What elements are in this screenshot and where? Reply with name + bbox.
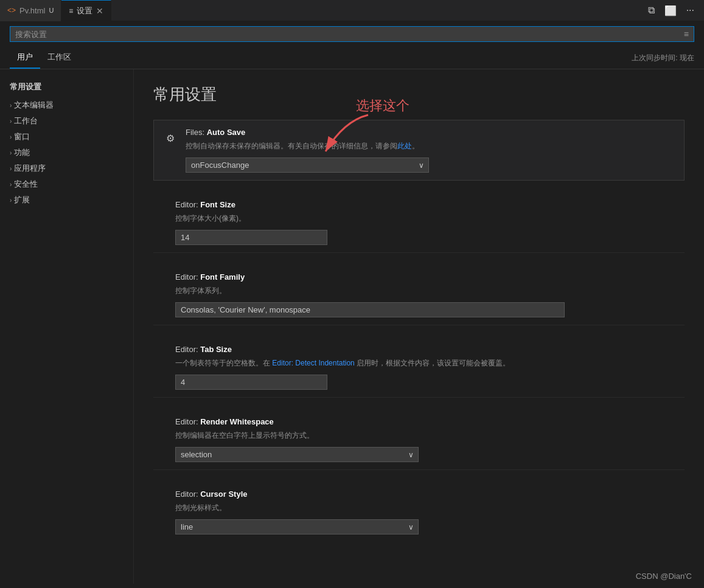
chevron-icon: ›	[10, 102, 12, 109]
close-tab-icon[interactable]: ✕	[96, 7, 103, 15]
search-icon: ≡	[684, 29, 689, 39]
cursor-style-select-wrap: line block underline line-thin block-out…	[175, 519, 419, 534]
chevron-icon: ›	[10, 181, 12, 188]
content-area: 常用设置 ⚙ Files: Auto Save 控制自动保存未保存的编辑器。有关…	[134, 69, 704, 584]
sidebar: 常用设置 › 文本编辑器 › 工作台 › 窗口 › 功能 › 应用程序 › 安全…	[0, 69, 134, 584]
sidebar-item-workbench[interactable]: › 工作台	[0, 113, 133, 129]
search-bar: ≡	[0, 21, 704, 47]
tab-settings[interactable]: ≡ 设置 ✕	[61, 0, 111, 21]
setting-cursor-style: Editor: Cursor Style 控制光标样式。 line block …	[153, 482, 685, 542]
sidebar-item-applications[interactable]: › 应用程序	[0, 161, 133, 176]
font-size-input[interactable]	[175, 230, 327, 245]
sidebar-item-extensions[interactable]: › 扩展	[0, 192, 133, 208]
cursor-style-desc: 控制光标样式。	[175, 502, 685, 513]
setting-auto-save: ⚙ Files: Auto Save 控制自动保存未保存的编辑器。有关自动保存的…	[153, 120, 685, 181]
cursor-style-select[interactable]: line block underline line-thin block-out…	[175, 519, 419, 534]
setting-render-whitespace: Editor: Render Whitespace 控制编辑器在空白字符上显示符…	[153, 410, 685, 470]
tab-pv-label: Pv.html	[19, 6, 45, 15]
watermark: CSDN @Dian'C	[636, 572, 692, 581]
settings-tab-icon: ≡	[69, 7, 73, 15]
chevron-icon: ›	[10, 118, 12, 125]
tab-bar-actions: ⧉ ⬜ ···	[646, 4, 704, 18]
tab-size-desc: 一个制表符等于的空格数。在 Editor: Detect Indentation…	[175, 358, 685, 368]
auto-save-select-wrap: off afterDelay onFocusChange onWindowCha…	[186, 157, 429, 173]
chevron-icon: ›	[10, 150, 12, 156]
sidebar-heading: 常用设置	[0, 79, 133, 97]
font-family-label: Editor: Font Family	[175, 272, 685, 282]
chevron-icon: ›	[10, 197, 12, 204]
font-family-input[interactable]	[175, 302, 565, 317]
sidebar-item-window[interactable]: › 窗口	[0, 129, 133, 145]
search-input-wrap: ≡	[10, 26, 694, 42]
tab-pv-dirty: U	[49, 7, 54, 14]
sidebar-item-security[interactable]: › 安全性	[0, 176, 133, 192]
font-size-desc: 控制字体大小(像素)。	[175, 213, 685, 224]
detect-indentation-link[interactable]: Editor: Detect Indentation	[272, 359, 354, 367]
tab-user[interactable]: 用户	[10, 47, 40, 69]
search-input[interactable]	[15, 30, 684, 39]
layout-icon[interactable]: ⬜	[662, 4, 679, 18]
chevron-icon: ›	[10, 165, 12, 172]
tab-bar: <> Pv.html U ≡ 设置 ✕ ⧉ ⬜ ···	[0, 0, 704, 21]
page-title: 常用设置	[153, 84, 685, 105]
sidebar-item-text-editor[interactable]: › 文本编辑器	[0, 97, 133, 113]
setting-font-family: Editor: Font Family 控制字体系列。	[153, 265, 685, 325]
tab-settings-label: 设置	[77, 5, 92, 16]
gear-button-auto-save[interactable]: ⚙	[164, 130, 177, 147]
sidebar-item-features[interactable]: › 功能	[0, 145, 133, 161]
auto-save-desc: 控制自动保存未保存的编辑器。有关自动保存的详细信息，请参阅此处。	[186, 140, 674, 151]
font-size-label: Editor: Font Size	[175, 200, 685, 209]
sync-time: 上次同步时间: 现在	[632, 53, 694, 63]
pv-icon: <>	[7, 6, 16, 15]
render-whitespace-label: Editor: Render Whitespace	[175, 417, 685, 426]
render-whitespace-select[interactable]: none boundary selection trailing all	[175, 447, 419, 462]
render-whitespace-desc: 控制编辑器在空白字符上显示符号的方式。	[175, 430, 685, 441]
split-editor-icon[interactable]: ⧉	[646, 4, 657, 17]
more-actions-icon[interactable]: ···	[684, 4, 697, 17]
render-whitespace-select-wrap: none boundary selection trailing all ∨	[175, 447, 419, 462]
user-workspace-tabs: 用户 工作区 上次同步时间: 现在	[0, 47, 704, 69]
tab-size-input[interactable]	[175, 375, 327, 390]
auto-save-label: Files: Auto Save	[186, 128, 674, 137]
cursor-style-label: Editor: Cursor Style	[175, 489, 685, 499]
tab-pv[interactable]: <> Pv.html U	[0, 0, 61, 21]
auto-save-link[interactable]: 此处	[397, 142, 412, 150]
auto-save-select[interactable]: off afterDelay onFocusChange onWindowCha…	[186, 157, 429, 173]
tab-size-label: Editor: Tab Size	[175, 345, 685, 354]
font-family-desc: 控制字体系列。	[175, 285, 685, 296]
chevron-icon: ›	[10, 134, 12, 140]
main-layout: 常用设置 › 文本编辑器 › 工作台 › 窗口 › 功能 › 应用程序 › 安全…	[0, 69, 704, 584]
tab-workspace[interactable]: 工作区	[40, 47, 78, 69]
setting-font-size: Editor: Font Size 控制字体大小(像素)。	[153, 193, 685, 253]
setting-tab-size: Editor: Tab Size 一个制表符等于的空格数。在 Editor: D…	[153, 337, 685, 398]
